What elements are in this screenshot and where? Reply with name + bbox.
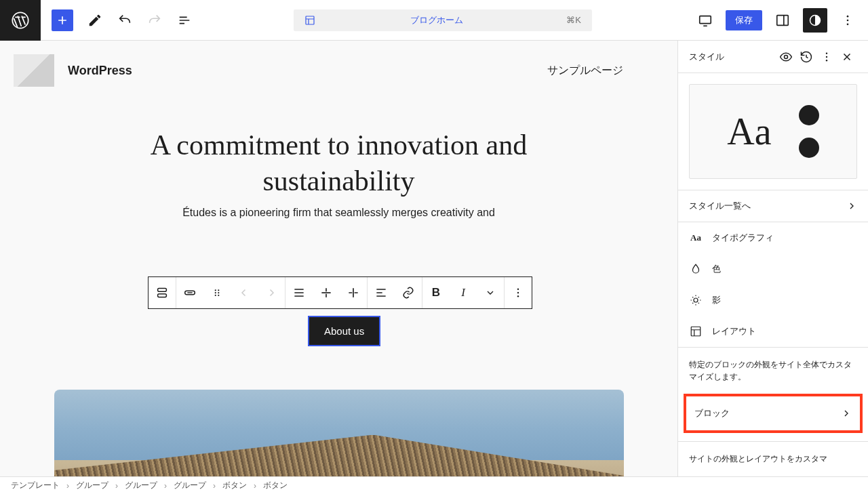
svg-point-19 bbox=[517, 295, 519, 297]
svg-point-11 bbox=[215, 289, 216, 291]
block-description: 特定のブロックの外観をサイト全体でカスタマイズします。 bbox=[678, 347, 868, 394]
top-toolbar: ブログホーム ⌘K 保存 bbox=[0, 0, 868, 41]
breadcrumb-item[interactable]: グループ bbox=[76, 480, 108, 491]
site-header: WordPress サンプルページ bbox=[0, 41, 677, 100]
svg-point-5 bbox=[847, 15, 849, 17]
svg-point-17 bbox=[517, 289, 519, 290]
breadcrumb-item[interactable]: グループ bbox=[125, 480, 157, 491]
svg-point-7 bbox=[847, 23, 849, 25]
link-icon[interactable] bbox=[395, 277, 422, 308]
revisions-icon[interactable] bbox=[796, 47, 816, 67]
svg-point-6 bbox=[847, 19, 849, 21]
view-icon[interactable] bbox=[693, 8, 717, 33]
more-description: サイトの外観とレイアウトをカスタマ bbox=[678, 441, 868, 476]
site-title[interactable]: WordPress bbox=[68, 64, 132, 78]
preview-colors bbox=[799, 105, 819, 158]
svg-rect-9 bbox=[158, 294, 167, 297]
breadcrumb-item[interactable]: ボタン bbox=[263, 480, 288, 491]
svg-point-12 bbox=[218, 289, 219, 291]
style-preview[interactable]: Aa bbox=[689, 84, 857, 179]
svg-point-15 bbox=[215, 295, 216, 296]
styles-sidebar: スタイル Aa スタイル一覧へ Aa タイポグラフィ 色 bbox=[678, 41, 868, 476]
vert-align-icon[interactable] bbox=[313, 277, 340, 308]
block-toolbar: B I bbox=[148, 276, 532, 309]
block-options-icon[interactable] bbox=[505, 277, 532, 308]
sidebar-more-icon[interactable] bbox=[816, 47, 837, 67]
hero-heading[interactable]: A commitment to innovation and sustainab… bbox=[122, 127, 556, 199]
layout-icon bbox=[689, 325, 703, 337]
settings-panel-icon[interactable] bbox=[770, 8, 795, 33]
browse-styles-label: スタイル一覧へ bbox=[689, 200, 751, 212]
italic-icon[interactable]: I bbox=[450, 277, 477, 308]
shadow-row[interactable]: 影 bbox=[678, 285, 868, 316]
document-title: ブログホーム bbox=[307, 14, 566, 26]
svg-rect-3 bbox=[777, 15, 789, 25]
preview-typography: Aa bbox=[727, 110, 771, 153]
close-sidebar-icon[interactable] bbox=[837, 47, 857, 67]
align-icon[interactable] bbox=[285, 277, 313, 308]
nav-item[interactable]: サンプルページ bbox=[547, 64, 664, 78]
block-type-icon[interactable] bbox=[149, 277, 176, 308]
drop-icon bbox=[689, 263, 703, 275]
typography-icon: Aa bbox=[689, 232, 703, 243]
bold-icon[interactable]: B bbox=[422, 277, 450, 308]
drag-handle-icon[interactable] bbox=[203, 277, 231, 308]
svg-point-21 bbox=[826, 52, 827, 54]
move-left-icon bbox=[231, 277, 258, 308]
breadcrumb-item[interactable]: テンプレート bbox=[11, 480, 60, 491]
redo-icon[interactable] bbox=[146, 12, 163, 28]
eye-icon[interactable] bbox=[776, 47, 796, 67]
hero-image[interactable] bbox=[54, 390, 624, 476]
editor-canvas[interactable]: WordPress サンプルページ A commitment to innova… bbox=[0, 41, 678, 476]
edit-icon[interactable] bbox=[87, 12, 103, 28]
button-style-icon[interactable] bbox=[176, 277, 203, 308]
color-row[interactable]: 色 bbox=[678, 253, 868, 285]
layout-row[interactable]: レイアウト bbox=[678, 316, 868, 347]
breadcrumb: テンプレート› グループ› グループ› グループ› ボタン› ボタン bbox=[0, 476, 868, 494]
selected-button-block[interactable]: About us bbox=[308, 316, 380, 346]
breadcrumb-item[interactable]: グループ bbox=[174, 480, 206, 491]
shortcut-hint: ⌘K bbox=[566, 15, 581, 25]
save-button[interactable]: 保存 bbox=[726, 10, 762, 30]
blocks-row-highlighted: ブロック bbox=[684, 394, 863, 433]
document-title-bar[interactable]: ブログホーム ⌘K bbox=[294, 9, 592, 31]
svg-rect-2 bbox=[700, 16, 711, 23]
width-icon[interactable] bbox=[340, 277, 367, 308]
text-align-icon[interactable] bbox=[368, 277, 395, 308]
chevron-right-icon bbox=[841, 408, 852, 419]
svg-point-23 bbox=[826, 60, 827, 61]
hero-subtitle[interactable]: Études is a pioneering firm that seamles… bbox=[54, 207, 623, 219]
svg-point-22 bbox=[826, 56, 827, 57]
site-logo-placeholder[interactable] bbox=[14, 54, 54, 87]
sun-icon bbox=[689, 294, 703, 306]
svg-rect-8 bbox=[158, 289, 167, 292]
sidebar-title: スタイル bbox=[689, 51, 776, 63]
more-rich-icon[interactable] bbox=[477, 277, 504, 308]
add-block-button[interactable] bbox=[52, 9, 73, 31]
more-options-icon[interactable] bbox=[835, 8, 860, 33]
undo-icon[interactable] bbox=[117, 12, 133, 28]
svg-point-13 bbox=[215, 292, 216, 293]
chevron-right-icon bbox=[846, 201, 857, 211]
svg-point-24 bbox=[694, 298, 698, 302]
move-right-icon bbox=[258, 277, 285, 308]
styles-panel-icon[interactable] bbox=[803, 8, 827, 33]
svg-point-18 bbox=[517, 292, 519, 293]
blocks-row[interactable]: ブロック bbox=[686, 396, 860, 430]
svg-rect-25 bbox=[691, 327, 701, 336]
blocks-label: ブロック bbox=[694, 407, 730, 419]
list-view-icon[interactable] bbox=[176, 12, 193, 28]
typography-row[interactable]: Aa タイポグラフィ bbox=[678, 222, 868, 253]
wp-logo[interactable] bbox=[0, 0, 41, 41]
browse-styles-row[interactable]: スタイル一覧へ bbox=[678, 190, 868, 222]
svg-point-14 bbox=[218, 292, 219, 293]
svg-point-16 bbox=[218, 295, 219, 296]
svg-point-20 bbox=[785, 55, 788, 58]
breadcrumb-item[interactable]: ボタン bbox=[222, 480, 247, 491]
